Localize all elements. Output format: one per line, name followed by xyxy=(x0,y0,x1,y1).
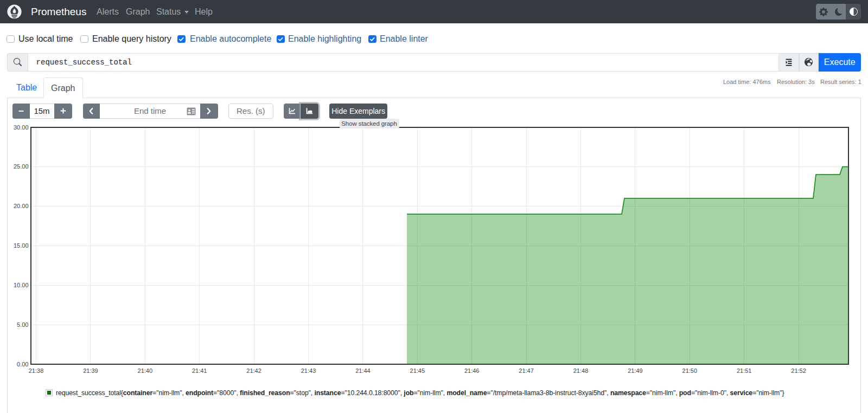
svg-text:21:45: 21:45 xyxy=(410,367,425,374)
svg-text:21:43: 21:43 xyxy=(301,367,316,374)
svg-text:5.00: 5.00 xyxy=(17,321,28,328)
svg-text:25.00: 25.00 xyxy=(14,163,29,170)
svg-text:0.00: 0.00 xyxy=(17,361,28,367)
svg-text:21:39: 21:39 xyxy=(83,367,98,374)
svg-text:21:41: 21:41 xyxy=(192,367,207,374)
svg-text:21:44: 21:44 xyxy=(355,367,371,374)
svg-text:15.00: 15.00 xyxy=(14,242,29,249)
svg-text:21:48: 21:48 xyxy=(573,367,589,374)
svg-text:21:51: 21:51 xyxy=(737,367,752,374)
svg-text:20.00: 20.00 xyxy=(14,203,29,209)
svg-text:30.00: 30.00 xyxy=(14,124,29,131)
svg-text:21:42: 21:42 xyxy=(246,367,261,374)
svg-text:21:40: 21:40 xyxy=(138,367,153,374)
svg-text:10.00: 10.00 xyxy=(14,282,29,288)
svg-text:21:47: 21:47 xyxy=(519,367,534,374)
svg-text:21:38: 21:38 xyxy=(29,367,44,374)
svg-text:21:46: 21:46 xyxy=(464,367,480,374)
svg-text:21:49: 21:49 xyxy=(628,367,643,374)
svg-text:21:50: 21:50 xyxy=(682,367,698,374)
svg-text:21:52: 21:52 xyxy=(791,367,806,374)
